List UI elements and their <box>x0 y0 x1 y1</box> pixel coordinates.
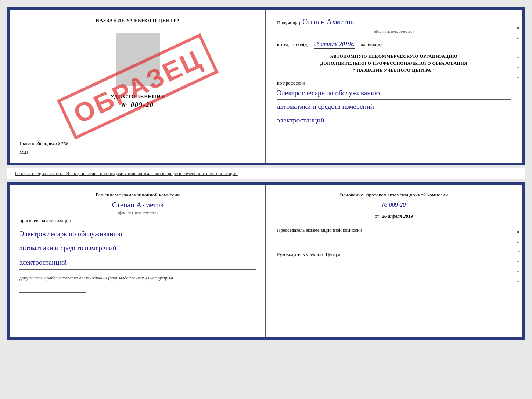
profession-block: по профессии Электрослесарь по обслужива… <box>277 80 511 127</box>
received-prefix: Получил(а) <box>277 20 300 26</box>
side-char-5: – <box>517 65 521 69</box>
org-line3: " НАЗВАНИЕ УЧЕБНОГО ЦЕНТРА " <box>277 67 511 74</box>
bottom-fio-label: (фамилия, имя, отчество) <box>19 211 256 215</box>
qualification-handwritten: Электрослесарь по обслуживанию автоматик… <box>19 227 256 270</box>
bottom-right-side-chars: – – – и а ← – – – <box>517 199 521 283</box>
side-char-4: – <box>517 55 521 59</box>
photo-placeholder <box>116 33 160 86</box>
cert-title: УДОСТОВЕРЕНИЕ <box>110 93 165 100</box>
b-side-char-5: а <box>517 239 521 243</box>
bottom-right-panel: Основание: протокол экзаменационной коми… <box>266 185 522 337</box>
profession-line2: автоматики и средств измерений <box>277 100 511 113</box>
finished-suffix: окончил(а) <box>360 42 382 47</box>
allowed-prefix: допускается к <box>19 275 46 281</box>
commission-title: Решением экзаменационной комиссии <box>19 192 256 198</box>
date-line-top: в том, что он(а) 26 апреля 2019г. окончи… <box>277 41 511 49</box>
chairman-label: Председатель экзаменационной комиссии <box>277 227 511 233</box>
issued-date-value: 26 апреля 2019 <box>37 140 68 146</box>
b-side-char-3: – <box>517 219 521 224</box>
b-side-char-7: – <box>517 259 521 263</box>
org-line2: ДОПОЛНИТЕЛЬНОГО ПРОФЕССИОНАЛЬНОГО ОБРАЗО… <box>277 60 511 67</box>
profession-label: по профессии <box>277 80 511 86</box>
top-date-value: 26 апреля 2019г. <box>314 41 355 49</box>
top-right-panel: Получил(а) Степан Ахметов _ (фамилия, им… <box>266 10 522 163</box>
top-left-panel: НАЗВАНИЕ УЧЕБНОГО ЦЕНТРА УДОСТОВЕРЕНИЕ №… <box>10 10 266 163</box>
side-char-1: и <box>517 25 521 29</box>
director-label: Руководитель учебного Центра <box>277 252 511 257</box>
allowed-signature-line <box>19 285 86 293</box>
osnov-label: Основание: протокол экзаменационной коми… <box>277 192 511 198</box>
profession-handwritten: Электрослесарь по обслуживанию автоматик… <box>277 87 511 127</box>
top-left-title: НАЗВАНИЕ УЧЕБНОГО ЦЕНТРА <box>96 18 180 24</box>
assigned-label: присвоена квалификация <box>19 218 256 224</box>
org-line1: АВТОНОМНУЮ НЕКОММЕРЧЕСКУЮ ОРГАНИЗАЦИЮ <box>277 53 511 60</box>
document-bottom: Решением экзаменационной комиссии Степан… <box>7 182 525 340</box>
director-block: Руководитель учебного Центра <box>277 252 511 266</box>
chairman-block: Председатель экзаменационной комиссии <box>277 227 511 242</box>
bottom-person-name: Степан Ахметов <box>112 201 163 210</box>
b-side-char-6: ← <box>517 249 521 253</box>
profession-line3: электростанций <box>277 114 511 127</box>
qual-line3: электростанций <box>19 256 256 270</box>
allowed-line: допускается к работе согласно должностны… <box>19 275 256 281</box>
issued-label: Выдано <box>19 140 35 146</box>
top-right-side-chars: и а ← – – – <box>517 25 521 79</box>
b-side-char-1: – <box>517 199 521 204</box>
b-side-char-8: – <box>517 269 521 273</box>
org-block: АВТОНОМНУЮ НЕКОММЕРЧЕСКУЮ ОРГАНИЗАЦИЮ ДО… <box>277 53 511 74</box>
qual-line1: Электрослесарь по обслуживанию <box>19 227 256 241</box>
separator-text: Рабочая специальность - Электрослесарь п… <box>7 168 525 179</box>
date-prefix: от <box>375 213 379 219</box>
issued-date: Выдано 26 апреля 2019 <box>19 133 256 146</box>
b-side-char-2: – <box>517 209 521 214</box>
profession-line1: Электрослесарь по обслуживанию <box>277 87 511 100</box>
chairman-signature-line <box>277 235 343 242</box>
qual-line2: автоматики и средств измерений <box>19 242 256 255</box>
allowed-text: работе согласно должностным (производств… <box>47 275 173 281</box>
received-line: Получил(а) Степан Ахметов _ <box>277 18 511 27</box>
side-char-3: ← <box>517 45 521 49</box>
director-signature-line <box>277 259 343 266</box>
b-side-char-4: и <box>517 229 521 234</box>
recipient-name: Степан Ахметов <box>302 18 354 27</box>
bottom-left-panel: Решением экзаменационной комиссии Степан… <box>10 185 266 337</box>
in-that-prefix: в том, что он(а) <box>277 42 309 47</box>
fio-label-top: (фамилия, имя, отчество) <box>277 29 511 33</box>
date-from: от 26 апреля 2019 <box>277 213 511 219</box>
document-top: НАЗВАНИЕ УЧЕБНОГО ЦЕНТРА УДОСТОВЕРЕНИЕ №… <box>7 7 525 165</box>
cert-number: № 009-20 <box>122 101 154 109</box>
side-char-2: а <box>517 35 521 39</box>
bottom-date-value: 26 апреля 2019 <box>382 213 413 219</box>
page-wrapper: НАЗВАНИЕ УЧЕБНОГО ЦЕНТРА УДОСТОВЕРЕНИЕ №… <box>7 7 525 340</box>
b-side-char-9: – <box>517 279 521 283</box>
mp-label: М.П. <box>19 149 256 155</box>
protocol-number: № 009-20 <box>277 202 511 208</box>
side-char-6: – <box>517 75 521 79</box>
